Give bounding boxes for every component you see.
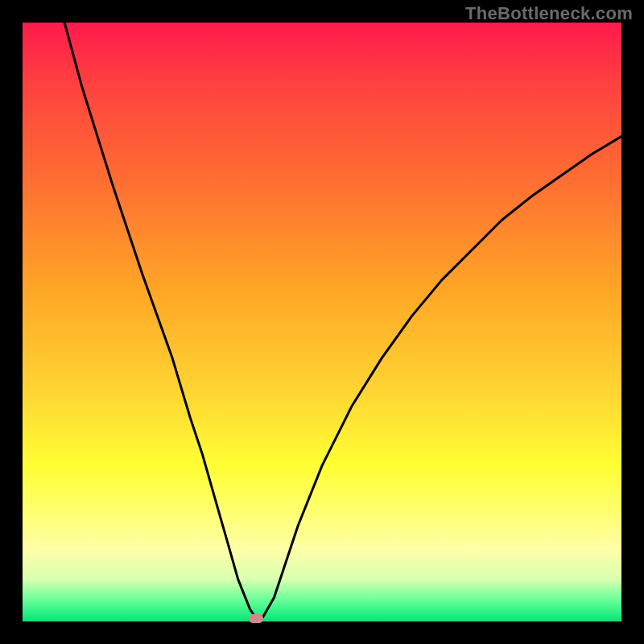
bottleneck-marker	[249, 614, 263, 623]
watermark-text: TheBottleneck.com	[465, 3, 633, 24]
bottleneck-curve	[23, 23, 621, 621]
plot-area	[23, 23, 621, 621]
chart-frame: TheBottleneck.com	[0, 0, 644, 644]
